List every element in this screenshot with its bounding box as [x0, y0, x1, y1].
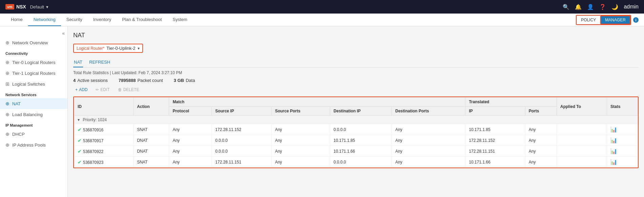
bell-icon[interactable]: 🔔	[575, 4, 582, 10]
lr-label: Logical Router*	[77, 46, 104, 51]
stats-bar-icon[interactable]: 📊	[610, 148, 617, 154]
cell-translated-ip: 172.28.11.151	[465, 146, 525, 157]
default-dropdown[interactable]: Default ▾	[30, 4, 48, 9]
th-translated-ip: IP	[465, 107, 525, 116]
th-source-ip: Source IP	[212, 107, 271, 116]
sidebar-item-dhcp[interactable]: ⊕ DHCP	[0, 129, 67, 139]
cell-translated-ports: Any	[525, 124, 557, 135]
manager-button[interactable]: MANAGER	[600, 16, 630, 24]
table-row[interactable]: ✔536870916 SNAT Any 172.28.11.152 Any 0.…	[74, 124, 638, 135]
tab-security[interactable]: Security	[61, 14, 88, 26]
sidebar-label-logical-switches: Logical Switches	[12, 82, 45, 87]
tab-plan-troubleshoot[interactable]: Plan & Troubleshoot	[117, 14, 167, 26]
sidebar-item-tier0[interactable]: ⊕ Tier-0 Logical Routers	[0, 57, 67, 68]
nav-right: POLICY MANAGER i	[576, 15, 639, 25]
refresh-button[interactable]: REFRESH	[88, 58, 111, 67]
sidebar-item-tier1[interactable]: ⊕ Tier-1 Logical Routers	[0, 68, 67, 79]
cell-source-ports: Any	[271, 124, 330, 135]
packet-count-label: Packet count	[137, 78, 163, 83]
stats-bar-icon[interactable]: 📊	[610, 137, 617, 143]
cell-source-ip: 0.0.0.0	[212, 146, 271, 157]
priority-chevron[interactable]: ▾	[78, 117, 80, 122]
load-balancing-icon: ⊕	[5, 112, 9, 117]
table-row[interactable]: ✔536870922 DNAT Any 0.0.0.0 Any 10.171.1…	[74, 146, 638, 157]
sub-tabs: NAT REFRESH	[73, 58, 639, 68]
th-protocol: Protocol	[169, 107, 212, 116]
cell-stats[interactable]: 📊	[607, 157, 638, 168]
app-title: NSX	[16, 4, 26, 9]
cell-action: DNAT	[134, 135, 169, 146]
cell-protocol: Any	[169, 146, 212, 157]
cell-stats[interactable]: 📊	[607, 124, 638, 135]
connectivity-label: Connectivity	[5, 51, 28, 56]
search-icon[interactable]: 🔍	[563, 4, 569, 10]
cell-applied-to	[557, 124, 607, 135]
sidebar-item-network-overview[interactable]: ⊕ Network Overview	[0, 37, 67, 48]
network-services-label: Network Services	[5, 93, 37, 97]
header-right: 🔍 🔔 👤 ❓ 🌙 admin	[563, 4, 639, 10]
vmware-logo: vm NSX	[5, 4, 26, 9]
logical-router-selector[interactable]: Logical Router* Tier-0-Uplink-2 ▾	[73, 44, 143, 53]
cell-destination-ports: Any	[392, 124, 465, 135]
tab-home[interactable]: Home	[5, 14, 28, 26]
default-label: Default	[30, 4, 44, 9]
tab-networking[interactable]: Networking	[28, 14, 61, 26]
cell-destination-ports: Any	[392, 135, 465, 146]
tab-inventory[interactable]: Inventory	[88, 14, 117, 26]
ip-address-pools-icon: ⊕	[5, 142, 9, 148]
sidebar-collapse-button[interactable]: «	[62, 30, 65, 36]
edit-button[interactable]: ✏ EDIT	[94, 86, 112, 93]
help-icon[interactable]: ❓	[599, 4, 606, 10]
cell-translated-ports: Any	[525, 135, 557, 146]
th-match-group: Match	[169, 97, 465, 107]
sidebar-label-ip-address-pools: IP Address Pools	[12, 143, 46, 148]
delete-button[interactable]: 🗑 DELETE	[116, 86, 141, 93]
add-button[interactable]: + ADD	[73, 86, 89, 93]
cell-applied-to	[557, 135, 607, 146]
active-sessions-value: 4	[73, 78, 76, 83]
cell-stats[interactable]: 📊	[607, 146, 638, 157]
sidebar-label-tier1: Tier-1 Logical Routers	[12, 71, 55, 76]
policy-button[interactable]: POLICY	[577, 16, 600, 24]
cell-destination-ports: Any	[392, 146, 465, 157]
cell-id: ✔536870922	[74, 146, 134, 157]
cell-source-ports: Any	[271, 146, 330, 157]
sidebar: « ⊕ Network Overview Connectivity ⊕ Tier…	[0, 26, 68, 197]
sidebar-item-ip-address-pools[interactable]: ⊕ IP Address Pools	[0, 139, 67, 150]
main-layout: « ⊕ Network Overview Connectivity ⊕ Tier…	[0, 26, 644, 197]
table-row[interactable]: ✔536870923 SNAT Any 172.28.11.151 Any 0.…	[74, 157, 638, 168]
cell-translated-ip: 10.171.1.66	[465, 157, 525, 168]
user-circle-icon[interactable]: 👤	[587, 4, 594, 10]
delete-label: DELETE	[123, 87, 139, 92]
cell-translated-ports: Any	[525, 146, 557, 157]
sidebar-item-logical-switches[interactable]: ⊞ Logical Switches	[0, 79, 67, 89]
status-icon: ✔	[78, 127, 82, 132]
ip-management-label: IP Management	[5, 123, 33, 127]
sidebar-item-nat[interactable]: ⊕ NAT	[0, 98, 67, 109]
status-icon: ✔	[78, 159, 82, 165]
stat-data: 3 GB Data	[174, 78, 195, 83]
table-row[interactable]: ✔536870917 DNAT Any 0.0.0.0 Any 10.171.1…	[74, 135, 638, 146]
cell-destination-ports: Any	[392, 157, 465, 168]
nat-table: ID Action Match Translated Applied To St…	[74, 97, 638, 168]
lr-value: Tier-0-Uplink-2	[106, 46, 135, 51]
sub-tab-nat[interactable]: NAT	[73, 58, 83, 67]
tab-system[interactable]: System	[167, 14, 193, 26]
cell-destination-ip: 0.0.0.0	[330, 124, 392, 135]
stats-bar-icon[interactable]: 📊	[610, 159, 617, 165]
cell-id: ✔536870923	[74, 157, 134, 168]
info-icon[interactable]: i	[633, 17, 639, 23]
sidebar-section-ip-management: IP Management	[0, 120, 67, 129]
cell-protocol: Any	[169, 124, 212, 135]
cell-source-ip: 172.28.11.151	[212, 157, 271, 168]
lr-dropdown-chevron[interactable]: ▾	[138, 46, 140, 51]
header-left: vm NSX Default ▾	[5, 4, 48, 9]
sidebar-item-load-balancing[interactable]: ⊕ Load Balancing	[0, 109, 67, 120]
stats-bar-icon[interactable]: 📊	[610, 127, 617, 132]
sidebar-label-tier0: Tier-0 Logical Routers	[12, 60, 55, 65]
tier1-icon: ⊕	[5, 70, 9, 76]
cell-protocol: Any	[169, 157, 212, 168]
status-icon: ✔	[78, 149, 82, 154]
cell-stats[interactable]: 📊	[607, 135, 638, 146]
theme-icon[interactable]: 🌙	[611, 4, 618, 10]
